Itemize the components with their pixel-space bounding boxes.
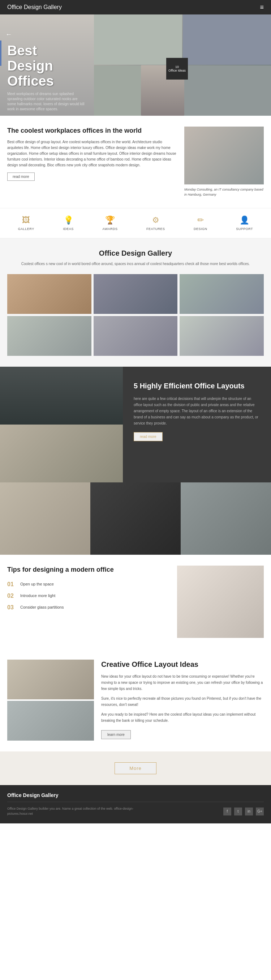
- site-logo: Office Design Gallery: [7, 4, 62, 11]
- icons-row: 🖼 GALLERY 💡 IDEAS 🏆 AWARDS ⚙ FEATURES ✏ …: [0, 208, 271, 238]
- creative-para3: Are you ready to be inspired? Here are t…: [101, 711, 264, 724]
- person-photo: [184, 127, 264, 185]
- gallery-heading: Office Design Gallery: [7, 249, 264, 258]
- design-label: DESIGN: [194, 227, 208, 231]
- gallery-cell-5: [94, 316, 178, 356]
- ideas-label: IDEAS: [63, 227, 74, 231]
- hero-title-line2: Design: [7, 58, 53, 73]
- creative-photo-bottom: [7, 701, 94, 741]
- gallery-grid: [7, 274, 264, 356]
- footer: Office Design Gallery Office Design Gall…: [0, 785, 271, 823]
- creative-right-col: Creative Office Layout Ideas New ideas f…: [101, 660, 264, 741]
- strip-photo-2: [90, 482, 181, 555]
- hero-title-line3: Offices: [7, 73, 54, 89]
- tips-left-col: Tips for designing a modern office 01 Op…: [7, 566, 170, 638]
- creative-section: Creative Office Layout Ideas New ideas f…: [0, 649, 271, 751]
- icon-support[interactable]: 👤 SUPPORT: [236, 216, 253, 231]
- icon-features[interactable]: ⚙ FEATURES: [146, 216, 165, 231]
- coolest-heading: The coolest workplaces offices in the wo…: [7, 127, 177, 135]
- efficient-body: here are quite a few critical decisions …: [134, 396, 260, 426]
- social-googleplus[interactable]: G+: [256, 808, 264, 815]
- social-twitter[interactable]: t: [234, 808, 242, 815]
- creative-learn-more[interactable]: learn more: [101, 730, 131, 739]
- icon-ideas[interactable]: 💡 IDEAS: [63, 216, 74, 231]
- creative-left-col: [7, 660, 94, 741]
- support-label: SUPPORT: [236, 227, 253, 231]
- efficient-top-photo: [0, 367, 123, 425]
- tip-item-1: 01 Open up the space: [7, 581, 170, 588]
- tips-photo: [177, 566, 264, 638]
- menu-icon[interactable]: ≡: [260, 4, 264, 11]
- photo-strip: [0, 482, 271, 555]
- awards-label: AWARDS: [103, 227, 118, 231]
- hero-badge: 10 Office Ideas: [166, 58, 188, 80]
- footer-bottom: Office Design Gallery builder you are. N…: [7, 802, 264, 816]
- tips-heading: Tips for designing a modern office: [7, 566, 170, 574]
- efficient-read-more[interactable]: read more: [134, 432, 163, 441]
- efficient-heading: 5 Highly Efficient Office Layouts: [134, 381, 260, 391]
- footer-copy: Office Design Gallery builder you are. N…: [7, 807, 152, 816]
- design-icon: ✏: [197, 216, 204, 225]
- hero-subtitle: Meet workplaces of dreams sun splashed s…: [7, 91, 87, 112]
- efficient-left-image: [0, 367, 123, 482]
- tip-text-3: Consider glass partitions: [20, 604, 63, 609]
- icon-design[interactable]: ✏ DESIGN: [194, 216, 208, 231]
- hero-section: ← Best Design Offices Meet workplaces of…: [0, 14, 271, 116]
- coolest-body: Best office design of group layout. Are …: [7, 139, 177, 168]
- gallery-label: GALLERY: [18, 227, 34, 231]
- creative-photo-top: [7, 660, 94, 699]
- social-icons: f t in G+: [223, 808, 264, 815]
- creative-heading: Creative Office Layout Ideas: [101, 660, 264, 669]
- strip-photo-3: [181, 482, 271, 555]
- features-label: FEATURES: [146, 227, 165, 231]
- coolest-section: The coolest workplaces offices in the wo…: [0, 116, 271, 208]
- tip-text-2: Introduce more light: [20, 593, 55, 598]
- awards-icon: 🏆: [105, 216, 115, 225]
- gallery-cell-1: [7, 274, 92, 314]
- badge-number: 10: [175, 65, 179, 69]
- more-section: More: [0, 751, 271, 785]
- coolest-read-more[interactable]: read more: [7, 172, 35, 181]
- hero-accent-bar: [0, 40, 2, 66]
- coolest-right-col: Monday Consulting, an IT consultancy com…: [184, 127, 264, 197]
- badge-label: Office Ideas: [168, 69, 186, 72]
- efficient-section: 5 Highly Efficient Office Layouts here a…: [0, 367, 271, 482]
- tip-number-2: 02: [7, 593, 16, 599]
- tip-item-3: 03 Consider glass partitions: [7, 604, 170, 611]
- tip-number-3: 03: [7, 604, 16, 611]
- icon-awards[interactable]: 🏆 AWARDS: [103, 216, 118, 231]
- gallery-cell-2: [94, 274, 178, 314]
- ideas-icon: 💡: [63, 216, 73, 225]
- tips-section: Tips for designing a modern office 01 Op…: [0, 555, 271, 649]
- efficient-right-content: 5 Highly Efficient Office Layouts here a…: [123, 367, 271, 482]
- person-caption: Monday Consulting, an IT consultancy com…: [184, 187, 264, 197]
- gallery-cell-3: [179, 274, 264, 314]
- creative-para1: New ideas for your office layout do not …: [101, 673, 264, 692]
- coolest-left-col: The coolest workplaces offices in the wo…: [7, 127, 177, 197]
- efficient-bottom-photo: [0, 425, 123, 482]
- gallery-cell-6: [179, 316, 264, 356]
- gallery-section: Office Design Gallery Coolest offices s …: [0, 238, 271, 367]
- tip-item-2: 02 Introduce more light: [7, 593, 170, 599]
- creative-para2: Sure, it's nice to perfectly recreate al…: [101, 695, 264, 708]
- features-icon: ⚙: [152, 216, 159, 225]
- icon-gallery[interactable]: 🖼 GALLERY: [18, 216, 34, 231]
- gallery-subtitle: Coolest offices s new cool of in world b…: [7, 261, 264, 267]
- tip-number-1: 01: [7, 581, 16, 588]
- tips-right-col: [177, 566, 264, 638]
- support-icon: 👤: [239, 216, 249, 225]
- footer-title: Office Design Gallery: [7, 792, 264, 798]
- hero-title-line1: Best: [7, 43, 37, 58]
- hero-arrow: ←: [5, 31, 12, 38]
- hero-text-block: Best Design Offices Meet workplaces of d…: [7, 43, 87, 112]
- gallery-icon: 🖼: [22, 216, 30, 225]
- tip-text-1: Open up the space: [20, 581, 54, 586]
- social-facebook[interactable]: f: [223, 808, 231, 815]
- gallery-cell-4: [7, 316, 92, 356]
- more-button[interactable]: More: [114, 762, 157, 774]
- social-linkedin[interactable]: in: [245, 808, 253, 815]
- strip-photo-1: [0, 482, 90, 555]
